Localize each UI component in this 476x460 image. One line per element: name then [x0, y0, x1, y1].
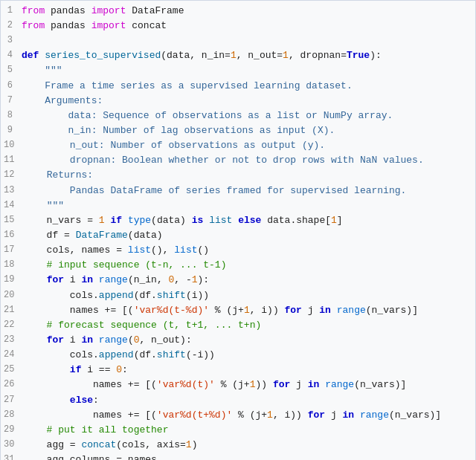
line-25: 25 if i == 0:: [1, 363, 475, 378]
comment-token: # forecast sequence (t, t+1, ... t+n): [23, 320, 261, 331]
plain-token: % (j+: [209, 305, 244, 316]
kw-token: in: [308, 379, 320, 390]
line-number: 24: [1, 348, 23, 362]
plain-token: DataFrame: [126, 5, 184, 16]
plain-token: [232, 215, 238, 226]
plain-token: (): [198, 244, 210, 256]
line-number: 17: [1, 243, 23, 257]
docstring-token: data: Sequence of observations as a list…: [68, 110, 393, 121]
plain-token: (n_in,: [128, 274, 169, 285]
line-13: 13 Pandas DataFrame of series framed for…: [1, 184, 475, 198]
kw2-token: import: [91, 5, 126, 16]
plain-token: ):: [198, 274, 210, 285]
plain-token: (data): [128, 230, 163, 241]
plain-token: j: [325, 409, 342, 421]
plain-token: (n_vars)]: [354, 379, 406, 390]
line-number: 4: [1, 48, 22, 62]
kw-token: for: [273, 379, 290, 390]
docstring-token: dropnan: Boolean whether or not to drop …: [70, 155, 424, 166]
line-4: 4def series_to_supervised(data, n_in=1, …: [1, 48, 475, 63]
line-content: Returns:: [23, 168, 469, 183]
line-6: 6 Frame a time series as a supervised le…: [1, 79, 475, 94]
line-content: for i in range(0, n_out):: [23, 333, 469, 348]
plain-token: data.shape[: [261, 215, 331, 226]
line-content: n_vars = 1 if type(data) is list else da…: [23, 213, 469, 228]
plain-token: [23, 395, 69, 406]
plain-token: [22, 65, 45, 76]
line-number: 6: [1, 79, 22, 93]
line-number: 8: [1, 108, 22, 123]
plain-token: pandas: [45, 20, 91, 31]
docstring-token: n_in: Number of lag observations as inpu…: [68, 125, 335, 136]
num-token: 1: [331, 215, 337, 226]
plain-token: [203, 215, 209, 226]
line-number: 13: [1, 184, 23, 198]
plain-token: cols.: [23, 349, 98, 360]
plain-token: [22, 110, 68, 121]
plain-token: [23, 169, 46, 181]
line-19: 19 for i in range(n_in, 0, -1):: [1, 273, 475, 288]
cls-token: DataFrame: [76, 230, 128, 241]
line-number: 10: [1, 138, 23, 152]
kw2-token: import: [91, 20, 126, 31]
plain-token: (: [128, 334, 134, 346]
line-18: 18 # input sequence (t-n, ... t-1): [1, 258, 475, 273]
docstring-token: Frame a time series as a supervised lear…: [45, 80, 352, 91]
line-number: 9: [1, 123, 22, 137]
plain-token: , -: [174, 274, 191, 285]
line-content: names += [('var%d(t-%d)' % (j+1, i)) for…: [23, 303, 469, 318]
fn-token: append: [99, 290, 134, 301]
plain-token: (df.: [134, 349, 157, 360]
plain-token: df =: [23, 230, 75, 241]
line-number: 26: [1, 378, 23, 392]
line-content: Frame a time series as a supervised lear…: [22, 79, 469, 94]
plain-token: cols.: [23, 290, 98, 301]
kw-token: for: [47, 274, 64, 285]
string-token: 'var%d(t)': [157, 379, 215, 390]
fn-token: shift: [157, 290, 186, 301]
line-number: 2: [1, 19, 22, 33]
line-number: 30: [1, 438, 23, 452]
line-number: 28: [1, 408, 23, 422]
line-21: 21 names += [('var%d(t-%d)' % (j+1, i)) …: [1, 303, 475, 318]
num-token: 1: [267, 409, 273, 421]
line-content: df = DataFrame(data): [23, 228, 469, 243]
num-token: 1: [231, 50, 237, 61]
kw-token: if: [110, 215, 122, 226]
line-content: n_in: Number of lag observations as inpu…: [22, 123, 469, 138]
line-number: 11: [1, 153, 23, 167]
kw-token: def: [22, 50, 39, 61]
line-number: 27: [1, 393, 23, 407]
line-content: # put it all together: [23, 423, 469, 438]
plain-token: [331, 305, 337, 316]
line-content: else:: [23, 393, 469, 408]
line-26: 26 names += [('var%d(t)' % (j+1)) for j …: [1, 378, 475, 392]
line-number: 14: [1, 198, 23, 213]
plain-token: pandas: [45, 5, 91, 16]
plain-token: [93, 274, 99, 285]
plain-token: j: [290, 379, 307, 390]
kw-token: in: [343, 409, 355, 421]
plain-token: n_vars =: [23, 215, 98, 226]
plain-token: (data, n_in=: [161, 50, 231, 61]
kw-token: else: [238, 215, 261, 226]
line-content: agg = concat(cols, axis=1): [23, 438, 469, 453]
plain-token: i ==: [81, 364, 116, 375]
comment-token: # input sequence (t-n, ... t-1): [23, 259, 226, 271]
plain-token: (-i)): [186, 349, 215, 360]
docstring-token: """: [45, 65, 62, 76]
docstring-token: Arguments:: [45, 95, 103, 106]
line-8: 8 data: Sequence of observations as a li…: [1, 108, 475, 123]
fn-token: concat: [81, 439, 116, 450]
plain-token: [23, 140, 69, 151]
plain-token: [22, 125, 68, 136]
line-16: 16 df = DataFrame(data): [1, 228, 475, 243]
line-content: dropnan: Boolean whether or not to drop …: [23, 153, 469, 168]
line-20: 20 cols.append(df.shift(i)): [1, 288, 475, 303]
line-number: 20: [1, 288, 23, 302]
line-number: 18: [1, 258, 23, 272]
plain-token: concat: [126, 20, 167, 31]
line-content: from pandas import concat: [22, 19, 469, 33]
line-30: 30 agg = concat(cols, axis=1): [1, 438, 475, 453]
plain-token: :: [122, 364, 128, 375]
